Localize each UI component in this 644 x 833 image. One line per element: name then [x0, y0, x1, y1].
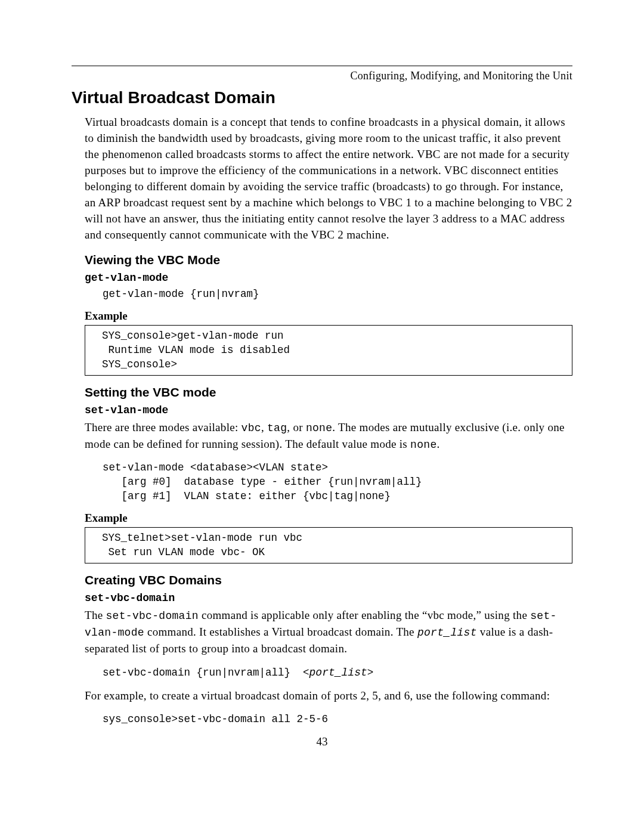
cmd-get-vlan-mode: get-vlan-mode [85, 272, 572, 284]
page-title: Virtual Broadcast Domain [72, 88, 572, 107]
section-viewing-vbc-mode: Viewing the VBC Mode [85, 253, 572, 267]
syntax-get-vlan-mode: get-vlan-mode {run|nvram} [103, 287, 572, 302]
example-label-2: Example [85, 512, 572, 525]
example-code-1: SYS_console>get-vlan-mode run Runtime VL… [102, 329, 567, 371]
sec2-paragraph: There are three modes available: vbc, ta… [72, 420, 572, 453]
sec3-paragraph-2: For example, to create a virtual broadca… [72, 688, 572, 704]
default-mode: none [410, 439, 436, 451]
text: > [367, 667, 374, 679]
text: command is applicable only after enablin… [199, 609, 530, 621]
header-rule [72, 66, 572, 66]
section-setting-vbc-mode: Setting the VBC mode [85, 385, 572, 400]
mode-vbc: vbc [242, 422, 261, 434]
example-code-3: sys_console>set-vbc-domain all 2-5-6 [103, 713, 572, 727]
text: The [85, 609, 106, 621]
cmd-set-vbc-domain: set-vbc-domain [85, 592, 572, 604]
text: command. It establishes a Virtual broadc… [144, 625, 417, 638]
text: set-vbc-domain {run|nvram|all} < [103, 667, 309, 679]
sec3-paragraph-1: The set-vbc-domain command is applicable… [72, 608, 572, 657]
intro-paragraph: Virtual broadcasts domain is a concept t… [72, 114, 572, 243]
var-port-list-syntax: port_list [309, 667, 367, 679]
page-number: 43 [72, 735, 572, 748]
example-box-1: SYS_console>get-vlan-mode run Runtime VL… [85, 325, 572, 376]
mode-tag: tag [267, 422, 287, 434]
var-port-list: port_list [417, 627, 477, 639]
cmd-inline-1: set-vbc-domain [106, 610, 199, 622]
syntax-set-vbc-domain: set-vbc-domain {run|nvram|all} <port_lis… [103, 665, 572, 680]
text: There are three modes available: [85, 421, 242, 433]
cmd-set-vlan-mode: set-vlan-mode [85, 404, 572, 416]
syntax-set-vlan-mode: set-vlan-mode <database><VLAN state> [ar… [103, 461, 572, 503]
text: , [261, 421, 267, 433]
running-head: Configuring, Modifying, and Monitoring t… [72, 70, 572, 82]
text: . [437, 438, 440, 450]
example-label-1: Example [85, 309, 572, 323]
example-code-2: SYS_telnet>set-vlan-mode run vbc Set run… [102, 531, 567, 559]
section-creating-vbc-domains: Creating VBC Domains [85, 573, 572, 587]
text: , or [287, 421, 306, 433]
mode-none: none [306, 422, 332, 434]
example-box-2: SYS_telnet>set-vlan-mode run vbc Set run… [85, 527, 572, 563]
